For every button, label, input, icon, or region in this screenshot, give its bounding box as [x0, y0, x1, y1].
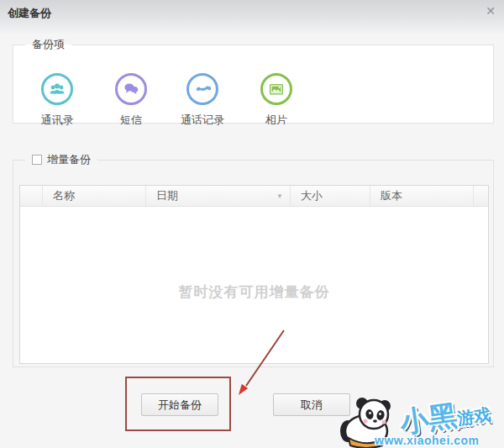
close-icon[interactable]: ✕	[483, 3, 498, 18]
watermark: 小黑游戏 www.xiaohei.com	[334, 396, 504, 448]
table-header-name[interactable]: 名称	[43, 186, 146, 206]
backup-item-label: 相片	[243, 113, 310, 128]
table-header-date-label: 日期	[156, 188, 178, 203]
dialog-title: 创建备份	[8, 6, 51, 21]
backup-item-label: 通讯录	[24, 113, 91, 128]
table-header-date[interactable]: 日期 ▼	[146, 186, 291, 206]
sms-icon	[115, 73, 147, 105]
call-log-icon	[186, 73, 218, 105]
backup-item-label: 通话记录	[169, 113, 236, 128]
backup-items-legend: 备份项	[25, 38, 71, 51]
backup-item-call-log[interactable]: 通话记录	[169, 73, 236, 128]
incremental-backup-group: 增量备份 名称 日期 ▼ 大小 版本 暂时没有可用增量备份	[13, 153, 494, 367]
backup-item-photos[interactable]: 相片	[243, 73, 310, 128]
table-body: 暂时没有可用增量备份	[20, 207, 488, 364]
photos-icon	[260, 73, 292, 105]
empty-state-message: 暂时没有可用增量备份	[20, 282, 488, 302]
table-header-version[interactable]: 版本	[370, 186, 474, 206]
backup-item-sms[interactable]: 短信	[97, 73, 165, 128]
backup-item-label: 短信	[97, 113, 165, 128]
start-backup-button[interactable]: 开始备份	[141, 393, 218, 416]
incremental-backup-legend: 增量备份	[25, 153, 97, 166]
watermark-name-part2: 游戏	[456, 405, 492, 428]
backup-item-contacts[interactable]: 通讯录	[24, 73, 91, 128]
create-backup-dialog: 创建备份 ✕ 备份项 通讯录	[0, 0, 504, 448]
titlebar: 创建备份 ✕	[0, 0, 504, 34]
sort-descending-icon: ▼	[276, 192, 283, 200]
watermark-url: www.xiaohei.com	[375, 434, 479, 447]
table-header-size[interactable]: 大小	[291, 186, 370, 206]
backup-items-group: 备份项 通讯录	[13, 38, 494, 124]
incremental-backup-checkbox[interactable]	[32, 155, 42, 165]
table-header-blank	[20, 186, 43, 206]
watermark-name-part1: 小黑	[398, 398, 459, 438]
incremental-backup-table: 名称 日期 ▼ 大小 版本 暂时没有可用增量备份	[19, 185, 489, 364]
table-header-row: 名称 日期 ▼ 大小 版本	[20, 186, 488, 207]
contacts-icon	[41, 73, 73, 105]
table-header-blank-end	[474, 186, 488, 206]
incremental-backup-label: 增量备份	[47, 153, 91, 166]
